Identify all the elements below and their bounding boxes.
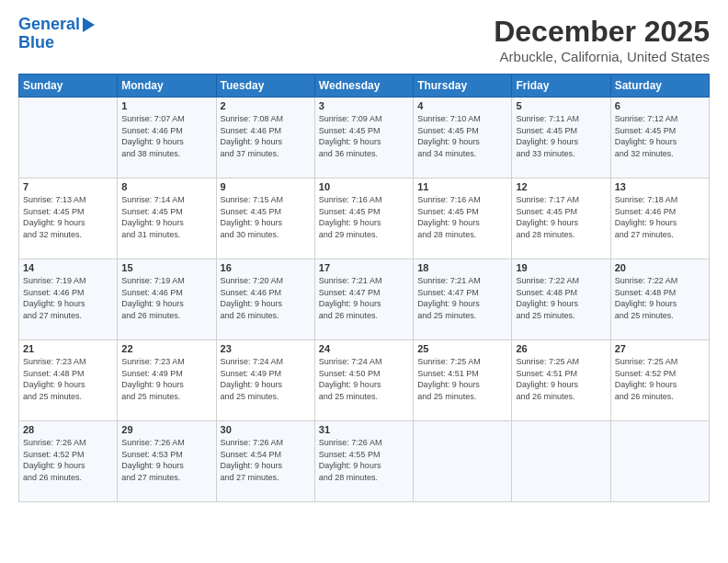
sunset-text: Sunset: 4:48 PM: [516, 287, 606, 299]
sunrise-text: Sunrise: 7:11 AM: [516, 113, 606, 125]
daylight-text: Daylight: 9 hoursand 34 minutes.: [417, 136, 507, 159]
sunset-text: Sunset: 4:45 PM: [516, 206, 606, 218]
day-number: 22: [121, 343, 211, 354]
calendar-cell: 18Sunrise: 7:21 AMSunset: 4:47 PMDayligh…: [414, 259, 512, 340]
day-header-saturday: Saturday: [610, 75, 709, 98]
day-number: 30: [221, 424, 311, 435]
day-number: 25: [417, 343, 507, 354]
day-number: 3: [319, 100, 409, 111]
sunrise-text: Sunrise: 7:19 AM: [121, 275, 211, 287]
sunrise-text: Sunrise: 7:18 AM: [615, 194, 705, 206]
day-number: 7: [23, 181, 113, 192]
daylight-text: Daylight: 9 hoursand 25 minutes.: [516, 298, 606, 321]
day-info: Sunrise: 7:20 AMSunset: 4:46 PMDaylight:…: [221, 275, 311, 321]
day-info: Sunrise: 7:19 AMSunset: 4:46 PMDaylight:…: [23, 275, 113, 321]
daylight-text: Daylight: 9 hoursand 33 minutes.: [516, 136, 606, 159]
daylight-text: Daylight: 9 hoursand 27 minutes.: [221, 460, 311, 483]
calendar-cell: 20Sunrise: 7:22 AMSunset: 4:48 PMDayligh…: [610, 259, 709, 340]
sunrise-text: Sunrise: 7:21 AM: [417, 275, 507, 287]
day-number: 19: [516, 262, 606, 273]
daylight-text: Daylight: 9 hoursand 26 minutes.: [516, 379, 606, 402]
day-info: Sunrise: 7:26 AMSunset: 4:53 PMDaylight:…: [121, 437, 211, 483]
day-info: Sunrise: 7:21 AMSunset: 4:47 PMDaylight:…: [319, 275, 409, 321]
day-number: 15: [121, 262, 211, 273]
daylight-text: Daylight: 9 hoursand 27 minutes.: [615, 217, 705, 240]
subtitle: Arbuckle, California, United States: [494, 49, 710, 64]
day-number: 18: [417, 262, 507, 273]
daylight-text: Daylight: 9 hoursand 25 minutes.: [319, 379, 409, 402]
sunrise-text: Sunrise: 7:15 AM: [221, 194, 311, 206]
sunrise-text: Sunrise: 7:21 AM: [319, 275, 409, 287]
sunset-text: Sunset: 4:45 PM: [615, 125, 705, 137]
day-number: 29: [121, 424, 211, 435]
day-header-sunday: Sunday: [19, 75, 118, 98]
sunrise-text: Sunrise: 7:09 AM: [319, 113, 409, 125]
calendar-week-row: 7Sunrise: 7:13 AMSunset: 4:45 PMDaylight…: [19, 178, 710, 259]
day-number: 23: [221, 343, 311, 354]
daylight-text: Daylight: 9 hoursand 32 minutes.: [615, 136, 705, 159]
sunrise-text: Sunrise: 7:25 AM: [417, 356, 507, 368]
sunrise-text: Sunrise: 7:08 AM: [221, 113, 311, 125]
day-info: Sunrise: 7:26 AMSunset: 4:54 PMDaylight:…: [221, 437, 311, 483]
day-number: 2: [221, 100, 311, 111]
day-number: 24: [319, 343, 409, 354]
sunset-text: Sunset: 4:45 PM: [221, 206, 311, 218]
sunset-text: Sunset: 4:45 PM: [121, 206, 211, 218]
sunset-text: Sunset: 4:47 PM: [319, 287, 409, 299]
day-number: 9: [221, 181, 311, 192]
daylight-text: Daylight: 9 hoursand 36 minutes.: [319, 136, 409, 159]
calendar-cell: 12Sunrise: 7:17 AMSunset: 4:45 PMDayligh…: [512, 178, 610, 259]
day-header-wednesday: Wednesday: [314, 75, 413, 98]
day-info: Sunrise: 7:16 AMSunset: 4:45 PMDaylight:…: [417, 194, 507, 240]
daylight-text: Daylight: 9 hoursand 28 minutes.: [417, 217, 507, 240]
daylight-text: Daylight: 9 hoursand 25 minutes.: [121, 379, 211, 402]
daylight-text: Daylight: 9 hoursand 26 minutes.: [221, 298, 311, 321]
day-number: 13: [615, 181, 705, 192]
calendar-cell: 23Sunrise: 7:24 AMSunset: 4:49 PMDayligh…: [216, 340, 314, 421]
title-block: December 2025 Arbuckle, California, Unit…: [494, 15, 710, 64]
day-info: Sunrise: 7:17 AMSunset: 4:45 PMDaylight:…: [516, 194, 606, 240]
day-header-tuesday: Tuesday: [216, 75, 314, 98]
day-info: Sunrise: 7:23 AMSunset: 4:48 PMDaylight:…: [23, 356, 113, 402]
daylight-text: Daylight: 9 hoursand 25 minutes.: [417, 379, 507, 402]
daylight-text: Daylight: 9 hoursand 25 minutes.: [221, 379, 311, 402]
calendar-cell: 29Sunrise: 7:26 AMSunset: 4:53 PMDayligh…: [118, 421, 216, 502]
sunset-text: Sunset: 4:45 PM: [23, 206, 113, 218]
sunset-text: Sunset: 4:49 PM: [121, 368, 211, 380]
day-info: Sunrise: 7:13 AMSunset: 4:45 PMDaylight:…: [23, 194, 113, 240]
day-number: 10: [319, 181, 409, 192]
calendar-cell: 17Sunrise: 7:21 AMSunset: 4:47 PMDayligh…: [314, 259, 413, 340]
sunset-text: Sunset: 4:51 PM: [417, 368, 507, 380]
day-info: Sunrise: 7:19 AMSunset: 4:46 PMDaylight:…: [121, 275, 211, 321]
sunset-text: Sunset: 4:46 PM: [121, 287, 211, 299]
day-header-monday: Monday: [118, 75, 216, 98]
calendar-cell: [512, 421, 610, 502]
day-info: Sunrise: 7:22 AMSunset: 4:48 PMDaylight:…: [516, 275, 606, 321]
calendar-cell: 22Sunrise: 7:23 AMSunset: 4:49 PMDayligh…: [118, 340, 216, 421]
sunset-text: Sunset: 4:47 PM: [417, 287, 507, 299]
day-number: 6: [615, 100, 705, 111]
day-number: 27: [615, 343, 705, 354]
page: General Blue December 2025 Arbuckle, Cal…: [0, 0, 728, 563]
calendar-cell: 30Sunrise: 7:26 AMSunset: 4:54 PMDayligh…: [216, 421, 314, 502]
day-number: 5: [516, 100, 606, 111]
logo-general: General: [18, 15, 80, 35]
sunset-text: Sunset: 4:53 PM: [121, 449, 211, 461]
logo-text: General Blue: [18, 15, 95, 52]
daylight-text: Daylight: 9 hoursand 32 minutes.: [23, 217, 113, 240]
header: General Blue December 2025 Arbuckle, Cal…: [18, 15, 710, 64]
daylight-text: Daylight: 9 hoursand 26 minutes.: [121, 298, 211, 321]
day-info: Sunrise: 7:26 AMSunset: 4:55 PMDaylight:…: [319, 437, 409, 483]
calendar-cell: 24Sunrise: 7:24 AMSunset: 4:50 PMDayligh…: [314, 340, 413, 421]
day-number: 16: [221, 262, 311, 273]
day-info: Sunrise: 7:24 AMSunset: 4:49 PMDaylight:…: [221, 356, 311, 402]
day-info: Sunrise: 7:25 AMSunset: 4:51 PMDaylight:…: [516, 356, 606, 402]
sunset-text: Sunset: 4:46 PM: [23, 287, 113, 299]
day-info: Sunrise: 7:10 AMSunset: 4:45 PMDaylight:…: [417, 113, 507, 159]
day-info: Sunrise: 7:08 AMSunset: 4:46 PMDaylight:…: [221, 113, 311, 159]
calendar-cell: [414, 421, 512, 502]
calendar-cell: 3Sunrise: 7:09 AMSunset: 4:45 PMDaylight…: [314, 98, 413, 178]
calendar-cell: 27Sunrise: 7:25 AMSunset: 4:52 PMDayligh…: [610, 340, 709, 421]
day-info: Sunrise: 7:09 AMSunset: 4:45 PMDaylight:…: [319, 113, 409, 159]
day-info: Sunrise: 7:16 AMSunset: 4:45 PMDaylight:…: [319, 194, 409, 240]
